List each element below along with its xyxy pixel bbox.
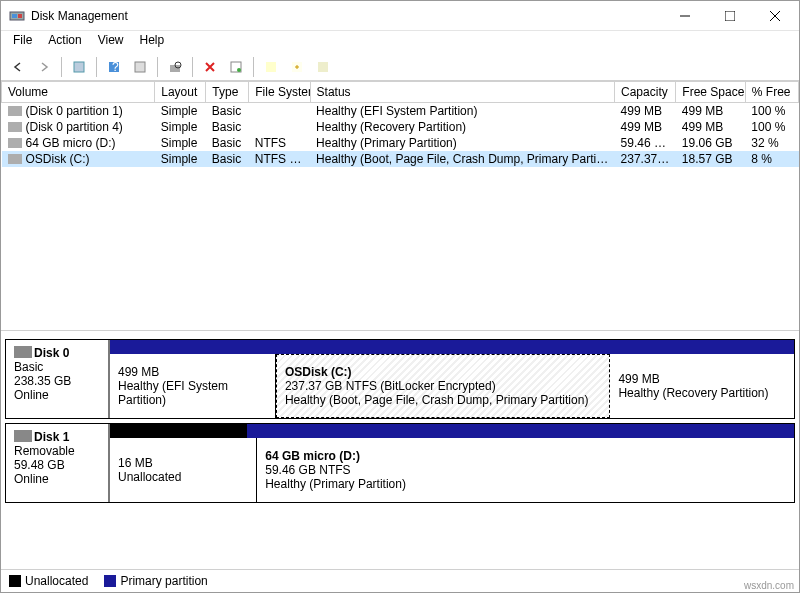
settings-button[interactable] <box>129 56 151 78</box>
svg-rect-12 <box>266 62 276 72</box>
svg-rect-14 <box>318 62 328 72</box>
partition[interactable]: OSDisk (C:)237.37 GB NTFS (BitLocker Enc… <box>276 354 611 418</box>
disk-management-window: Disk Management File Action View Help ? <box>0 0 800 593</box>
graphical-view[interactable]: Disk 0Basic238.35 GBOnline499 MBHealthy … <box>1 331 799 569</box>
menu-help[interactable]: Help <box>132 31 173 53</box>
volume-row[interactable]: 64 GB micro (D:)SimpleBasicNTFSHealthy (… <box>2 135 799 151</box>
column-header[interactable]: Status <box>310 82 614 103</box>
close-button[interactable] <box>752 1 797 30</box>
content-area: VolumeLayoutTypeFile SystemStatusCapacit… <box>1 81 799 592</box>
volume-row[interactable]: (Disk 0 partition 4)SimpleBasicHealthy (… <box>2 119 799 135</box>
partition[interactable]: 64 GB micro (D:)59.46 GB NTFSHealthy (Pr… <box>257 438 794 502</box>
svg-rect-1 <box>12 14 17 18</box>
svg-point-11 <box>237 68 241 72</box>
column-header[interactable]: Volume <box>2 82 155 103</box>
menu-action[interactable]: Action <box>40 31 89 53</box>
svg-rect-2 <box>18 14 22 18</box>
back-button[interactable] <box>7 56 29 78</box>
partition[interactable]: 499 MBHealthy (Recovery Partition) <box>610 354 794 418</box>
menu-file[interactable]: File <box>5 31 40 53</box>
svg-rect-7 <box>135 62 145 72</box>
column-header[interactable]: Layout <box>155 82 206 103</box>
menubar: File Action View Help <box>1 31 799 53</box>
svg-text:?: ? <box>112 60 119 74</box>
svg-rect-4 <box>74 62 84 72</box>
app-icon <box>9 8 25 24</box>
toolbar-button-2[interactable] <box>286 56 308 78</box>
legend-primary: Primary partition <box>104 574 207 588</box>
volume-row[interactable]: (Disk 0 partition 1)SimpleBasicHealthy (… <box>2 103 799 120</box>
toolbar-button-3[interactable] <box>312 56 334 78</box>
column-header[interactable]: File System <box>249 82 310 103</box>
delete-button[interactable] <box>199 56 221 78</box>
titlebar[interactable]: Disk Management <box>1 1 799 31</box>
volume-list[interactable]: VolumeLayoutTypeFile SystemStatusCapacit… <box>1 81 799 331</box>
disk-header[interactable]: Disk 0Basic238.35 GBOnline <box>6 340 110 418</box>
help-icon[interactable]: ? <box>103 56 125 78</box>
disk-header[interactable]: Disk 1Removable59.48 GBOnline <box>6 424 110 502</box>
column-header[interactable]: Capacity <box>615 82 676 103</box>
menu-view[interactable]: View <box>90 31 132 53</box>
forward-button[interactable] <box>33 56 55 78</box>
column-headers[interactable]: VolumeLayoutTypeFile SystemStatusCapacit… <box>2 82 799 103</box>
toolbar: ? <box>1 53 799 81</box>
legend: Unallocated Primary partition <box>1 569 799 592</box>
window-title: Disk Management <box>31 9 662 23</box>
column-header[interactable]: Type <box>206 82 249 103</box>
column-header[interactable]: % Free <box>745 82 798 103</box>
svg-rect-3 <box>725 11 735 21</box>
watermark: wsxdn.com <box>744 580 794 591</box>
partition[interactable]: 16 MBUnallocated <box>110 438 257 502</box>
disk-row: Disk 0Basic238.35 GBOnline499 MBHealthy … <box>5 339 795 419</box>
partition[interactable]: 499 MBHealthy (EFI System Partition) <box>110 354 276 418</box>
minimize-button[interactable] <box>662 1 707 30</box>
column-header[interactable]: Free Space <box>676 82 745 103</box>
properties-button[interactable] <box>225 56 247 78</box>
disk-row: Disk 1Removable59.48 GBOnline16 MBUnallo… <box>5 423 795 503</box>
show-hide-button[interactable] <box>68 56 90 78</box>
volume-row[interactable]: OSDisk (C:)SimpleBasicNTFS (BitLo...Heal… <box>2 151 799 167</box>
legend-unallocated: Unallocated <box>9 574 88 588</box>
maximize-button[interactable] <box>707 1 752 30</box>
refresh-button[interactable] <box>164 56 186 78</box>
toolbar-button-1[interactable] <box>260 56 282 78</box>
